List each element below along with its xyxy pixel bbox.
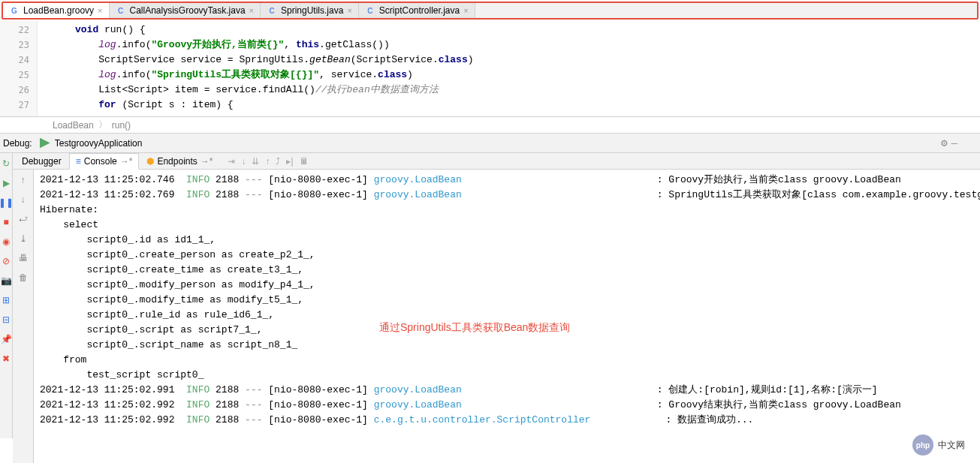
view-breakpoints-icon[interactable]: ◉ [0,236,12,248]
close-icon[interactable]: × [347,6,351,15]
java-icon: C [267,5,277,16]
close-icon[interactable]: × [249,6,254,15]
step-out-icon[interactable]: ↑ [265,156,270,167]
pin-icon[interactable]: 📌 [0,333,12,345]
debug-left-toolbar: ↻ ▶ ❚❚ ■ ◉ ⊘ 📷 ⊞ ⊟ 📌 ✖ [0,153,13,438]
scroll-end-icon[interactable]: ⤓ [17,233,29,245]
log-line: 2021-12-13 11:25:02.991 INFO 2188 --- [n… [40,383,980,398]
tab-springutils[interactable]: C SpringUtils.java × [261,3,359,18]
step-over-icon[interactable]: ⇥ [228,156,235,167]
tab-callanalysis[interactable]: C CallAnalysisGroovyTask.java × [110,3,261,18]
comment: //执行bean中数据查询方法 [315,84,439,95]
log-line: 2021-12-13 11:25:02.992 INFO 2188 --- [n… [40,398,980,413]
php-logo-icon: php [912,434,933,455]
debug-main: Debugger ≡ Console →* ⬢ Endpoints →* ⇥ ↓… [13,153,980,438]
annotation-text: 通过SpringUtils工具类获取Bean数据查询 [379,320,570,335]
mute-breakpoints-icon[interactable]: ⊘ [0,255,12,267]
layout-icon[interactable]: ⊞ [0,294,12,306]
line-number: 23 [0,38,29,53]
console-tab-label: Console [84,156,117,167]
sql-line: script0_.script_name as script_n8_1_ [40,338,980,353]
line-number: 22 [0,23,29,38]
tab-console[interactable]: ≡ Console →* [69,153,140,170]
rerun-icon[interactable]: ↻ [0,158,12,170]
run-icon [40,138,50,149]
chevron-right-icon: 〉 [98,119,107,131]
tab-loadbean[interactable]: G LoadBean.groovy × [3,3,110,18]
debug-header: Debug: TestgroovyApplication ⚙ ─ [0,134,980,153]
line-number: 24 [0,53,29,68]
file-tabs: G LoadBean.groovy × C CallAnalysisGroovy… [2,2,978,20]
pause-icon[interactable]: ❚❚ [0,197,12,209]
string-literal: "Groovy开始执行,当前类{}" [151,39,284,50]
tab-debugger[interactable]: Debugger [16,154,68,169]
evaluate-icon[interactable]: 🖩 [300,156,309,167]
pin-indicator: →* [120,156,133,167]
settings-icon[interactable]: ⊟ [0,314,12,326]
console-output[interactable]: 2021-12-13 11:25:02.746 INFO 2188 --- [n… [34,170,980,463]
tab-label: ScriptController.java [379,5,460,16]
tab-label: CallAnalysisGroovyTask.java [130,5,246,16]
tab-scriptcontroller[interactable]: C ScriptController.java × [359,3,475,18]
keyword: void [75,24,98,35]
console-icon: ≡ [76,156,81,167]
console-toolbar: ↑ ↓ ⮐ ⤓ 🖶 🗑 [13,170,34,463]
soft-wrap-icon[interactable]: ⮐ [17,213,29,225]
debugger-tab-label: Debugger [22,156,62,167]
resume-icon[interactable]: ▶ [0,177,12,189]
sql-line: script0_.create_time as create_t3_1_, [40,263,980,278]
line-number: 27 [0,98,29,113]
line-gutter: 22 23 24 25 26 27 [0,21,38,116]
endpoints-icon: ⬢ [146,156,154,167]
pin-indicator: →* [201,156,213,167]
java-icon: C [365,5,375,16]
sql-line: Hibernate: [40,203,980,218]
sql-line: test_script script0_ [40,368,980,383]
sql-line: from [40,353,980,368]
breadcrumb-item[interactable]: run() [112,120,131,131]
drop-frame-icon[interactable]: ⤴ [276,156,280,167]
force-step-into-icon[interactable]: ⇊ [252,156,259,167]
breadcrumb: LoadBean 〉 run() [0,117,980,134]
run-to-cursor-icon[interactable]: ▸| [286,156,293,167]
tab-label: SpringUtils.java [281,5,343,16]
up-icon[interactable]: ↑ [17,174,29,186]
groovy-icon: G [9,5,20,16]
line-number: 26 [0,83,29,98]
close-panel-icon[interactable]: ✖ [0,353,12,365]
sql-line: script0_.id as id1_1_, [40,233,980,248]
step-into-icon[interactable]: ↓ [241,156,246,167]
print-icon[interactable]: 🖶 [17,252,29,264]
tab-endpoints[interactable]: ⬢ Endpoints →* [140,154,219,169]
static-call: getBean [309,54,351,65]
sql-line: script0_.modify_time as modify_t5_1_, [40,293,980,308]
clear-icon[interactable]: 🗑 [17,272,29,284]
code-editor[interactable]: 22 23 24 25 26 27 void run() { log.info(… [0,21,980,117]
camera-icon[interactable]: 📷 [0,275,12,287]
java-icon: C [116,5,126,16]
watermark-text: 中文网 [938,439,965,452]
endpoints-tab-label: Endpoints [157,156,197,167]
sql-line: script0_.create_person as create_p2_1_, [40,248,980,263]
debug-label: Debug: [3,138,32,149]
debug-config-name[interactable]: TestgroovyApplication [55,138,143,149]
tab-label: LoadBean.groovy [23,5,94,16]
line-number: 25 [0,68,29,83]
console-wrap: ↑ ↓ ⮐ ⤓ 🖶 🗑 2021-12-13 11:25:02.746 INFO… [13,170,980,463]
log-line: 2021-12-13 11:25:02.746 INFO 2188 --- [n… [40,173,980,188]
down-icon[interactable]: ↓ [17,194,29,206]
close-icon[interactable]: × [98,6,102,15]
field-ref: log [98,39,116,50]
log-line: 2021-12-13 11:25:02.769 INFO 2188 --- [n… [40,188,980,203]
stop-icon[interactable]: ■ [0,216,12,228]
log-line: 2021-12-13 11:25:02.992 INFO 2188 --- [n… [40,413,980,428]
breadcrumb-item[interactable]: LoadBean [53,120,94,131]
gear-icon[interactable]: ⚙ ─ [940,138,957,149]
debug-tabs: Debugger ≡ Console →* ⬢ Endpoints →* ⇥ ↓… [13,153,980,170]
sql-line: script0_.modify_person as modify_p4_1_, [40,278,980,293]
debug-panel: ↻ ▶ ❚❚ ■ ◉ ⊘ 📷 ⊞ ⊟ 📌 ✖ Debugger ≡ Consol… [0,153,980,438]
watermark: php 中文网 [912,434,965,455]
close-icon[interactable]: × [463,6,468,15]
sql-line: select [40,218,980,233]
code-body[interactable]: void run() { log.info("Groovy开始执行,当前类{}"… [38,21,980,116]
